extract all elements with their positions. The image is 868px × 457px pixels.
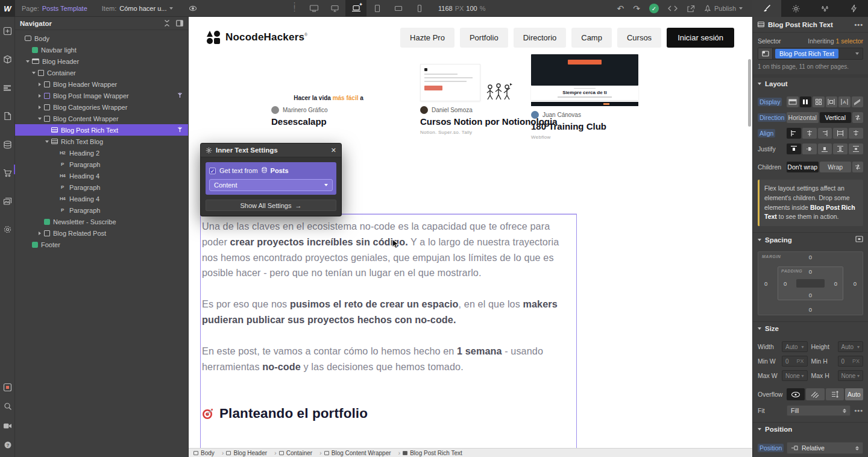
design-canvas[interactable]: NocodeHackers® Hazte ProPortfolioDirecto… <box>189 17 752 457</box>
width-input[interactable]: Auto▾ <box>782 341 808 352</box>
justify-around-icon[interactable] <box>849 143 863 154</box>
modal-header[interactable]: Inner Text Settings ✕ <box>201 143 341 157</box>
direction-reverse-icon[interactable] <box>852 112 863 123</box>
navigator-item-blog-post-rich-text-selected[interactable]: Blog Post Rich Text <box>15 124 188 136</box>
site-nav-link[interactable]: Portfolio <box>460 28 508 48</box>
breakpoint-laptop-active[interactable]: ✦ <box>345 0 366 17</box>
selected-rich-text-element[interactable]: Una de las claves en el ecosistema no-co… <box>200 214 577 457</box>
inheriting-count[interactable]: 1 selector <box>835 37 863 45</box>
navigator-item-newsletter-suscribe[interactable]: Newsletter - Suscribe <box>15 216 188 227</box>
canvas-menu-icon[interactable]: ⋮⋮ <box>291 3 295 10</box>
align-center-icon[interactable] <box>802 128 817 139</box>
preview-icon[interactable] <box>189 5 197 12</box>
blog-article-text[interactable]: Una de las claves en el ecosistema no-co… <box>201 215 576 457</box>
redo-icon[interactable]: ↷ <box>633 4 640 13</box>
breakpoint-tablet[interactable] <box>366 0 388 17</box>
element-menu-icon[interactable]: ••• <box>854 21 863 28</box>
overflow-visible-icon[interactable] <box>787 388 805 400</box>
size-section-header[interactable]: Size <box>753 321 868 335</box>
padding-left-value[interactable]: 0 <box>784 280 787 287</box>
display-inline-block-icon[interactable] <box>826 96 838 107</box>
justify-between-icon[interactable] <box>833 143 848 154</box>
navigator-item-paragraph[interactable]: PParagraph <box>15 204 188 216</box>
display-inline-icon[interactable]: A <box>838 96 851 107</box>
margin-right-value[interactable]: 0 <box>854 280 857 287</box>
breakpoint-phone-landscape[interactable] <box>388 0 409 17</box>
site-settings-icon[interactable] <box>0 215 15 244</box>
direction-vertical-button[interactable]: Vertical <box>820 112 852 123</box>
breadcrumb-item[interactable]: Blog Post Rich Text <box>403 450 470 456</box>
components-icon[interactable] <box>0 45 15 74</box>
tab-settings[interactable] <box>781 0 810 17</box>
navigator-item-footer[interactable]: Footer <box>15 239 188 250</box>
layout-section-header[interactable]: Layout <box>753 77 868 90</box>
navigator-item-blog-header-wrapper[interactable]: Blog Header Wrapper <box>15 78 188 90</box>
breakpoint-phone-portrait[interactable] <box>409 0 430 17</box>
navigator-item-blog-post-image-wrapper[interactable]: Blog Post Image Wrapper <box>15 90 188 101</box>
align-stretch-icon[interactable] <box>833 128 848 139</box>
margin-top-value[interactable]: 0 <box>809 254 812 260</box>
navigator-icon[interactable] <box>0 74 15 102</box>
margin-left-value[interactable]: 0 <box>764 280 767 287</box>
padding-right-value[interactable]: 0 <box>834 280 837 287</box>
navigator-item-rich-text-blog[interactable]: Rich Text Blog <box>15 136 188 147</box>
navigator-item-navbar-light[interactable]: Navbar light <box>15 44 188 55</box>
justify-end-icon[interactable] <box>818 143 832 154</box>
navigator-item-blog-categories-wrapper[interactable]: Blog Categories Wrapper <box>15 101 188 113</box>
wrap-reverse-icon[interactable] <box>852 162 863 172</box>
direction-horizontal-button[interactable]: Horizontal <box>787 112 819 123</box>
zoom-search-icon[interactable] <box>0 397 15 416</box>
fit-select[interactable]: Fill <box>787 405 851 416</box>
breadcrumb-item[interactable]: Blog Header <box>226 449 276 456</box>
align-baseline-icon[interactable] <box>849 128 863 139</box>
max-width-input[interactable]: None▾ <box>782 370 808 381</box>
assets-icon[interactable] <box>0 187 15 215</box>
zoom-value[interactable]: 100 <box>466 5 477 12</box>
selector-input[interactable]: Blog Post Rich Text <box>758 48 863 60</box>
undo-icon[interactable]: ↶ <box>617 4 624 13</box>
pages-icon[interactable] <box>0 102 15 130</box>
login-button[interactable]: Iniciar sesión <box>667 28 734 48</box>
position-select[interactable]: Relative <box>787 442 863 454</box>
padding-zone[interactable]: PADDING 0 0 0 0 <box>778 266 843 300</box>
share-icon[interactable] <box>687 5 695 13</box>
close-icon[interactable]: ✕ <box>331 147 336 154</box>
justify-center-icon[interactable] <box>802 143 817 154</box>
align-start-icon[interactable] <box>787 128 801 139</box>
navigator-item-container[interactable]: Container <box>15 67 188 78</box>
overflow-scroll-icon[interactable] <box>826 388 844 400</box>
item-selector[interactable]: Cómo hacer u... <box>119 5 166 12</box>
ecommerce-icon[interactable] <box>0 159 15 187</box>
style-block-icon[interactable] <box>758 48 773 59</box>
video-tutorials-icon[interactable] <box>0 416 15 435</box>
justify-start-icon[interactable] <box>787 143 801 154</box>
navigator-item-heading-4[interactable]: H4Heading 4 <box>15 193 188 204</box>
breadcrumb-item[interactable]: Container <box>279 449 322 456</box>
portfolio-card[interactable]: Siempre cerca de ti Juan Cánovas 180 Tra… <box>531 54 646 140</box>
navigator-item-blog-related-post[interactable]: Blog Related Post <box>15 227 188 239</box>
spacing-section-header[interactable]: Spacing <box>753 232 868 247</box>
navigator-item-heading-2[interactable]: H2Heading 2 <box>15 147 188 159</box>
site-logo[interactable]: NocodeHackers® <box>207 31 307 44</box>
navigator-item-paragraph[interactable]: PParagraph <box>15 181 188 193</box>
navigator-item-body[interactable]: Body <box>15 33 188 44</box>
max-height-input[interactable]: None▾ <box>838 370 864 381</box>
display-grid-icon[interactable] <box>813 96 825 107</box>
breadcrumb-item[interactable]: Blog Content Wrapper <box>324 449 400 456</box>
spacing-settings-icon[interactable] <box>855 236 863 244</box>
tab-style-manager[interactable] <box>810 0 839 17</box>
align-end-icon[interactable] <box>818 128 832 139</box>
display-block-icon[interactable] <box>787 96 799 107</box>
min-width-input[interactable]: 0PX <box>782 356 808 367</box>
code-export-icon[interactable] <box>668 5 678 11</box>
site-nav-link[interactable]: Cursos <box>617 28 661 48</box>
children-nowrap-button[interactable]: Don't wrap <box>787 162 819 172</box>
article-paragraph[interactable]: Una de las claves en el ecosistema no-co… <box>202 219 574 281</box>
breakpoint-desktop[interactable] <box>324 0 345 17</box>
portfolio-card[interactable]: Hacer la vida más fácil a Marinero Gráfi… <box>271 54 386 127</box>
content-field-select[interactable]: Content <box>209 179 333 191</box>
show-all-settings-button[interactable]: Show All Settings→ <box>206 200 336 211</box>
publish-button[interactable]: Publish <box>704 5 743 13</box>
navigator-item-blog-content-wrapper[interactable]: Blog Content Wrapper <box>15 113 188 124</box>
navigator-item-blog-header[interactable]: Blog Header <box>15 55 188 67</box>
